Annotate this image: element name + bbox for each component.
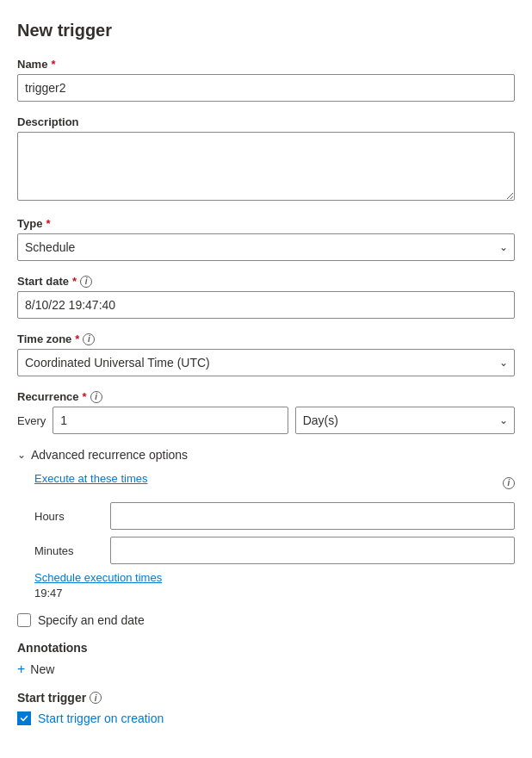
end-date-label: Specify an end date [38, 613, 145, 627]
start-date-field-group: Start date * i [17, 275, 515, 319]
advanced-title: Advanced recurrence options [31, 448, 188, 462]
timezone-info-icon[interactable]: i [83, 333, 95, 345]
type-required: * [46, 217, 50, 230]
start-trigger-section: Start trigger i Start trigger on creatio… [17, 691, 515, 725]
start-trigger-text: Start trigger on creation [38, 711, 164, 725]
timezone-select-wrapper: Coordinated Universal Time (UTC) ⌄ [17, 349, 515, 376]
name-label: Name * [17, 58, 515, 71]
start-trigger-info-icon[interactable]: i [90, 692, 102, 704]
start-trigger-checkbox[interactable] [17, 711, 31, 725]
description-label: Description [17, 115, 515, 128]
type-field-group: Type * Schedule ⌄ [17, 217, 515, 261]
recurrence-every-label: Every [17, 414, 46, 427]
hours-label: Hours [34, 510, 103, 523]
start-date-info-icon[interactable]: i [80, 276, 92, 288]
recurrence-label: Recurrence * i [17, 390, 515, 403]
timezone-required: * [75, 332, 79, 345]
advanced-content: Execute at these times i Hours Minutes S… [17, 472, 515, 600]
hours-input[interactable] [110, 502, 515, 530]
schedule-time: 19:47 [34, 587, 63, 600]
start-trigger-checkbox-row: Start trigger on creation [17, 711, 515, 725]
page-title: New trigger [17, 21, 515, 40]
execute-info-row: Execute at these times i [34, 472, 515, 494]
advanced-section: ⌄ Advanced recurrence options Execute at… [17, 448, 515, 600]
new-annotation-label: New [30, 662, 54, 676]
description-field-group: Description [17, 115, 515, 203]
annotations-title: Annotations [17, 641, 515, 655]
type-label: Type * [17, 217, 515, 230]
recurrence-row: Every Day(s) ⌄ [17, 407, 515, 434]
description-input[interactable] [17, 132, 515, 201]
type-select-wrapper: Schedule ⌄ [17, 233, 515, 261]
start-date-input[interactable] [17, 291, 515, 319]
timezone-field-group: Time zone * i Coordinated Universal Time… [17, 332, 515, 376]
minutes-input[interactable] [110, 537, 515, 564]
name-field-group: Name * [17, 58, 515, 102]
timezone-select[interactable]: Coordinated Universal Time (UTC) [17, 349, 515, 376]
minutes-row: Minutes [34, 537, 515, 564]
recurrence-unit-wrapper: Day(s) ⌄ [295, 407, 515, 434]
advanced-chevron-icon: ⌄ [17, 449, 26, 461]
recurrence-field-group: Recurrence * i Every Day(s) ⌄ [17, 390, 515, 434]
type-select[interactable]: Schedule [17, 233, 515, 261]
execute-link[interactable]: Execute at these times [34, 472, 148, 485]
end-date-checkbox[interactable] [17, 613, 31, 627]
recurrence-info-icon[interactable]: i [90, 391, 102, 403]
minutes-label: Minutes [34, 544, 103, 557]
timezone-label: Time zone * i [17, 332, 515, 345]
start-trigger-label: Start trigger i [17, 691, 515, 705]
start-date-label: Start date * i [17, 275, 515, 288]
schedule-link[interactable]: Schedule execution times [34, 571, 515, 584]
recurrence-unit-select[interactable]: Day(s) [295, 407, 515, 434]
name-required: * [51, 58, 55, 71]
name-input[interactable] [17, 74, 515, 102]
end-date-row: Specify an end date [17, 613, 515, 627]
new-annotation-button[interactable]: + New [17, 662, 54, 677]
plus-icon: + [17, 662, 25, 677]
recurrence-required: * [83, 390, 87, 403]
start-date-required: * [72, 275, 77, 288]
advanced-header[interactable]: ⌄ Advanced recurrence options [17, 448, 515, 462]
hours-row: Hours [34, 502, 515, 530]
recurrence-number-input[interactable] [53, 407, 288, 434]
execute-info-icon[interactable]: i [503, 477, 515, 489]
annotations-section: Annotations + New [17, 641, 515, 677]
